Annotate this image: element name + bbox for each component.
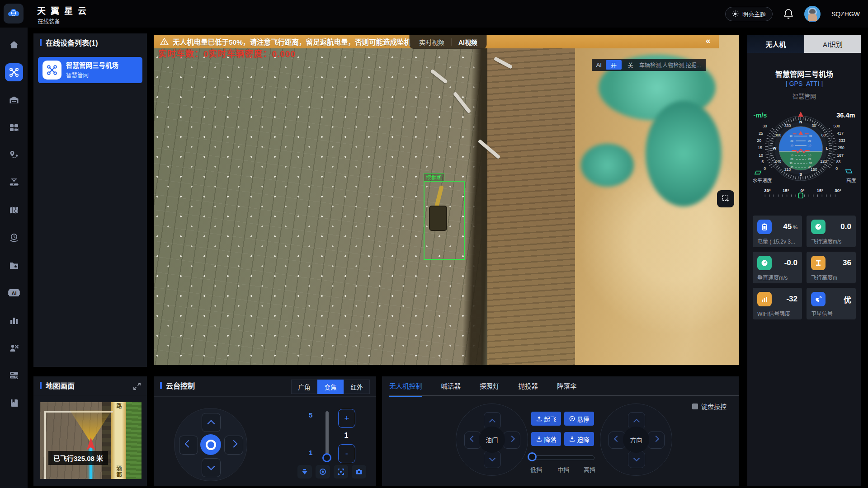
warning-text: 无人机电量已低于50%，请注意飞行距离，留足返航电量，否则可能造成坠机 (173, 37, 411, 47)
ai-detection-toggle-bar: AI 开 关 车辆检测,人物检测,挖掘... (592, 59, 706, 71)
notification-bell-icon[interactable] (783, 9, 793, 19)
gear-mid-label[interactable]: 中挡 (557, 465, 569, 474)
zoom-slider-knob[interactable] (322, 453, 331, 462)
media-grid-icon (9, 122, 19, 133)
map-expand-icon[interactable] (132, 382, 142, 391)
gimbal-right-button[interactable] (224, 436, 243, 455)
gimbal-recenter-button[interactable] (297, 465, 312, 479)
throttle-down-button[interactable] (484, 451, 501, 468)
gear-slider-knob[interactable] (528, 452, 537, 461)
tab-speaker[interactable]: 喊话器 (441, 381, 461, 397)
tab-wide-angle[interactable]: 广角 (291, 380, 317, 394)
sidebar-item-knowledge-base[interactable] (5, 394, 23, 412)
zoom-slider-track[interactable] (326, 411, 329, 457)
svg-text:150: 150 (811, 167, 817, 172)
sidebar-item-device-manage[interactable] (5, 366, 23, 385)
zoom-out-button[interactable]: - (338, 444, 355, 463)
map-field (126, 402, 142, 479)
tab-drone-control[interactable]: 无人机控制 (389, 381, 422, 397)
ai-off-button[interactable]: 关 (626, 61, 635, 69)
ai-icon: AI (8, 287, 20, 298)
sidebar-item-hangar[interactable] (5, 91, 23, 109)
user-avatar[interactable] (804, 6, 821, 22)
tab-infrared[interactable]: 红外 (344, 380, 370, 394)
mini-map[interactable]: 路 酒都 已飞行325.08 米 (40, 402, 142, 479)
tab-searchlight[interactable]: 探照灯 (480, 381, 500, 397)
zoom-max-label: 5 (309, 411, 312, 419)
device-card[interactable]: 智慧管网三号机场 智慧管网 (38, 57, 142, 83)
tab-zoom[interactable]: 变焦 (317, 380, 344, 394)
svg-text:15°: 15° (817, 188, 824, 193)
svg-text:250: 250 (838, 145, 844, 150)
drone-status-panel: 无人机 AI识别 智慧管网三号机场 [ GPS_ATTI ] 智慧管网 -m/s… (747, 35, 861, 486)
sidebar-item-media-folder[interactable] (5, 256, 23, 274)
keyboard-control-toggle[interactable]: 键盘操控 (692, 402, 726, 411)
gear-high-label[interactable]: 高挡 (584, 465, 595, 474)
direction-joystick: 方向 (600, 404, 672, 476)
gimbal-center-button[interactable] (200, 434, 221, 455)
wifi-signal-icon (757, 292, 772, 306)
ai-on-button[interactable]: 开 (606, 60, 622, 70)
gimbal-left-button[interactable] (179, 436, 198, 455)
area-select-button[interactable] (717, 190, 734, 207)
gear-slider-track[interactable] (531, 455, 594, 460)
gear-low-label[interactable]: 低挡 (530, 465, 542, 474)
tab-parachute[interactable]: 降落伞 (557, 381, 577, 397)
svg-text:N: N (799, 120, 802, 124)
direction-back-button[interactable] (628, 451, 645, 468)
tab-drone[interactable]: 无人机 (747, 35, 804, 53)
username: SQZHGW (831, 10, 860, 18)
sidebar-item-home[interactable] (5, 36, 23, 54)
sidebar-item-operator-manage[interactable] (5, 339, 23, 357)
sidebar-item-drone-monitor[interactable] (5, 63, 23, 81)
record-button[interactable] (316, 465, 330, 479)
road-label-top: 路 (115, 403, 123, 409)
satellite-signal-card: 优 卫星信号 (807, 288, 856, 319)
gimbal-down-button[interactable] (202, 458, 221, 477)
theme-toggle-button[interactable]: 明亮主题 (725, 7, 773, 21)
svg-text:10: 10 (790, 144, 793, 147)
live-video-feed[interactable]: 无人机电量已低于50%，请注意飞行距离，留足返航电量，否则可能造成坠机 « 实时… (154, 35, 739, 365)
tab-ai-video[interactable]: AI视频 (452, 38, 484, 47)
svg-text:S: S (799, 172, 802, 177)
svg-text:60: 60 (821, 133, 826, 137)
svg-text:167: 167 (837, 153, 844, 158)
collapse-banner-icon[interactable]: « (706, 36, 710, 46)
control-tabs: 无人机控制 喊话器 探照灯 抛投器 降落伞 (389, 381, 577, 397)
folder-star-icon (9, 260, 19, 271)
direction-label: 方向 (623, 427, 649, 453)
takeoff-button[interactable]: 起飞 (531, 412, 561, 426)
zoom-in-button[interactable]: + (338, 409, 355, 428)
video-scene-dirt (487, 35, 581, 365)
focus-button[interactable] (334, 465, 348, 479)
snapshot-button[interactable] (352, 465, 366, 479)
sidebar-item-field-job[interactable] (5, 174, 23, 192)
attitude-indicator: -m/s 36.4m 3030 2020 1010 (747, 106, 861, 198)
checkbox[interactable] (692, 404, 698, 409)
telemetry-grid: 45% 电量 ( 15.2v 3... 0.0 飞行速度m/s (753, 216, 856, 319)
top-bar: 天翼星云 在线装备 明亮主题 SQZHGW (0, 0, 868, 28)
sidebar-item-statistics[interactable] (5, 311, 23, 329)
book-icon (9, 398, 19, 408)
tab-live-video[interactable]: 实时视频 (412, 38, 451, 47)
gimbal-control-panel: 云台控制 广角 变焦 红外 5 1 + 1 - (154, 376, 376, 486)
svg-text:10: 10 (808, 154, 811, 157)
sidebar-item-ai-recognition[interactable]: AI (5, 284, 23, 302)
sidebar-item-history-record[interactable] (5, 229, 23, 247)
throttle-right-button[interactable] (503, 432, 520, 449)
tab-ai-recognition[interactable]: AI识别 (804, 35, 861, 53)
sidebar-item-flight-route[interactable] (5, 146, 23, 164)
sidebar-item-map-manage[interactable] (5, 201, 23, 219)
altitude-icon (811, 256, 826, 270)
svg-text:30: 30 (809, 135, 812, 137)
land-button[interactable]: 降落 (531, 432, 561, 446)
hover-button[interactable]: 悬停 (564, 412, 594, 426)
tab-dropper[interactable]: 抛投器 (519, 381, 538, 397)
accent-bar (160, 382, 162, 389)
app-title: 天翼星云 (37, 4, 91, 16)
force-land-button[interactable]: 迫降 (564, 432, 594, 446)
direction-right-button[interactable] (647, 432, 665, 449)
speed-scale: 30 25 20 15 10 5 0 (757, 124, 767, 171)
sidebar-item-media-center[interactable] (5, 118, 23, 136)
gimbal-up-button[interactable] (202, 413, 221, 432)
